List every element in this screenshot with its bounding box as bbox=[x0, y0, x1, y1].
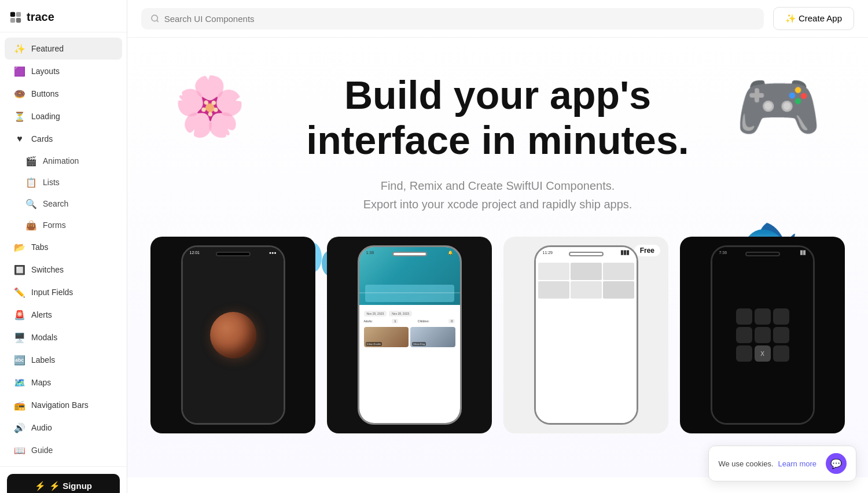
svg-rect-3 bbox=[16, 17, 21, 22]
phone-status-1: 12:01 ●●● bbox=[190, 251, 277, 255]
adults-counter: 1 bbox=[392, 319, 398, 323]
guide-icon: 📖 bbox=[14, 444, 25, 456]
sidebar-label-guide: Guide bbox=[31, 446, 53, 455]
key-2 bbox=[755, 308, 771, 325]
phone-card-hotel[interactable]: 1:38 🔔 Nov 25, 2023 bbox=[327, 237, 492, 433]
sidebar-item-modals[interactable]: 🖥️ Modals bbox=[5, 326, 122, 348]
search-icon bbox=[150, 14, 160, 23]
phone-time-1: 12:01 bbox=[190, 251, 200, 255]
chat-icon: 💬 bbox=[830, 458, 842, 469]
signup-button[interactable]: ⚡ ⚡ Signup bbox=[7, 474, 120, 493]
phone-signals-3: ▊▊▊ bbox=[621, 251, 630, 255]
main-content: ✨ Create App 🌸 🎮 🐟 🌈 🦩 Build your app's bbox=[127, 0, 868, 493]
sidebar-item-lists[interactable]: 📋 Lists bbox=[5, 172, 122, 193]
key-6 bbox=[773, 327, 789, 343]
phone-time-2: 1:38 bbox=[366, 251, 374, 255]
app-name: trace bbox=[27, 10, 54, 24]
sidebar-item-search[interactable]: 🔍 Search bbox=[5, 193, 122, 214]
cookie-text: We use cookies. bbox=[718, 459, 773, 468]
adults-label: Adults: bbox=[364, 319, 373, 323]
room-img-1: Urban Double bbox=[364, 327, 409, 347]
svg-rect-1 bbox=[16, 12, 21, 16]
sidebar-label-navigation-bars: Navigation Bars bbox=[31, 400, 89, 410]
sidebar-label-forms: Forms bbox=[43, 220, 66, 230]
sidebar-item-maps[interactable]: 🗺️ Maps bbox=[5, 371, 122, 393]
sidebar-item-animation[interactable]: 🎬 Animation bbox=[5, 150, 122, 171]
sidebar-item-audio[interactable]: 🔊 Audio bbox=[5, 417, 122, 439]
sidebar-label-animation: Animation bbox=[43, 156, 79, 165]
app-logo[interactable]: trace bbox=[0, 0, 127, 32]
children-label: Children: bbox=[418, 319, 429, 323]
sidebar-item-layouts[interactable]: 🟪 Layouts bbox=[5, 60, 122, 82]
phone-frame-2: 1:38 🔔 Nov 25, 2023 bbox=[358, 245, 462, 425]
featured-icon: ✨ bbox=[14, 43, 25, 54]
sidebar: trace ✨ Featured 🟪 Layouts 🍩 Buttons ⏳ L… bbox=[0, 0, 127, 493]
date-checkin: Nov 25, 2023 bbox=[364, 311, 387, 317]
phone-status-4: 7:36 ▊▊ bbox=[719, 251, 806, 255]
sidebar-item-featured[interactable]: ✨ Featured bbox=[5, 38, 122, 60]
phone-time-3: 11:29 bbox=[543, 251, 553, 255]
sidebar-label-featured: Featured bbox=[31, 44, 64, 53]
phone-frame-1: 12:01 ●●● bbox=[181, 245, 285, 425]
sidebar-item-forms[interactable]: 👜 Forms bbox=[5, 215, 122, 236]
date-checkout: Nov 28, 2023 bbox=[389, 311, 412, 317]
hotel-dates: Nov 25, 2023 Nov 28, 2023 bbox=[364, 311, 455, 317]
layouts-icon: 🟪 bbox=[14, 65, 25, 77]
create-app-button[interactable]: ✨ Create App bbox=[773, 7, 854, 30]
sidebar-item-cards[interactable]: ♥ Cards bbox=[5, 128, 122, 150]
search-input[interactable] bbox=[164, 14, 755, 24]
hero-section: 🌸 🎮 🐟 🌈 🦩 Build your app's interface in … bbox=[127, 38, 868, 493]
key-9 bbox=[773, 345, 789, 362]
hero-text: Build your app's interface in minutes. F… bbox=[127, 38, 868, 237]
sidebar-label-loading: Loading bbox=[31, 112, 60, 121]
hero-title: Build your app's interface in minutes. bbox=[139, 72, 856, 163]
sidebar-label-alerts: Alerts bbox=[31, 310, 52, 319]
children-counter: 0 bbox=[448, 319, 455, 323]
room-label-1: Urban Double bbox=[366, 342, 382, 346]
chat-button[interactable]: 💬 bbox=[826, 453, 847, 474]
sidebar-item-tabs[interactable]: 📂 Tabs bbox=[5, 236, 122, 258]
search-bar[interactable] bbox=[141, 8, 764, 30]
cookie-learn-more[interactable]: Learn more bbox=[778, 459, 816, 468]
sidebar-label-search: Search bbox=[43, 199, 68, 208]
phone-screen-keypad: X bbox=[712, 247, 813, 423]
sidebar-item-loading[interactable]: ⏳ Loading bbox=[5, 105, 122, 127]
phone-card-gallery[interactable]: Free 11:29 ▊▊▊ Gallery bbox=[503, 237, 668, 433]
create-app-label: ✨ Create App bbox=[785, 13, 842, 24]
sidebar-item-navigation-bars[interactable]: 📻 Navigation Bars bbox=[5, 394, 122, 416]
signup-icon: ⚡ bbox=[35, 481, 46, 491]
keypad-grid: X bbox=[730, 303, 795, 367]
hotel-adults-row: Adults: 1 Children: 0 bbox=[364, 319, 455, 323]
sidebar-label-input-fields: Input Fields bbox=[31, 288, 73, 297]
sidebar-item-labels[interactable]: 🔤 Labels bbox=[5, 349, 122, 371]
hero-title-line2: interface in minutes. bbox=[306, 118, 689, 162]
sidebar-item-guide[interactable]: 📖 Guide bbox=[5, 439, 122, 461]
phone-frame-4: 7:36 ▊▊ X bbox=[711, 245, 815, 425]
gallery-grid bbox=[536, 260, 637, 301]
key-7 bbox=[736, 345, 752, 362]
switches-icon: 🔲 bbox=[14, 264, 25, 275]
phone-cards-section: 12:01 ●●● 1:38 🔔 bbox=[127, 237, 868, 457]
sidebar-item-alerts[interactable]: 🚨 Alerts bbox=[5, 304, 122, 326]
sidebar-item-switches[interactable]: 🔲 Switches bbox=[5, 259, 122, 281]
sidebar-nav: ✨ Featured 🟪 Layouts 🍩 Buttons ⏳ Loading… bbox=[0, 32, 127, 466]
phone-frame-3: 11:29 ▊▊▊ Gallery bbox=[534, 245, 638, 425]
sidebar-bottom: ⚡ ⚡ Signup bbox=[0, 466, 127, 493]
sidebar-label-tabs: Tabs bbox=[31, 242, 49, 252]
cookie-banner: We use cookies. Learn more 💬 bbox=[708, 446, 856, 481]
forms-icon: 👜 bbox=[25, 219, 37, 231]
sidebar-item-buttons[interactable]: 🍩 Buttons bbox=[5, 83, 122, 105]
tabs-icon: 📂 bbox=[14, 241, 25, 253]
lists-icon: 📋 bbox=[25, 176, 37, 188]
phone-card-keypad[interactable]: 7:36 ▊▊ X bbox=[680, 237, 845, 433]
hotel-rooms: Urban Double Urban King bbox=[364, 327, 455, 347]
sidebar-label-labels: Labels bbox=[31, 355, 55, 365]
sidebar-item-input-fields[interactable]: ✏️ Input Fields bbox=[5, 281, 122, 303]
mars-planet bbox=[210, 312, 256, 358]
logo-icon bbox=[9, 11, 22, 24]
phone-card-mars[interactable]: 12:01 ●●● bbox=[150, 237, 315, 433]
buttons-icon: 🍩 bbox=[14, 88, 25, 100]
input-fields-icon: ✏️ bbox=[14, 286, 25, 298]
phone-screen-hotel: Nov 25, 2023 Nov 28, 2023 Adults: 1 Chil… bbox=[359, 247, 460, 423]
phone-signals-1: ●●● bbox=[269, 251, 277, 255]
